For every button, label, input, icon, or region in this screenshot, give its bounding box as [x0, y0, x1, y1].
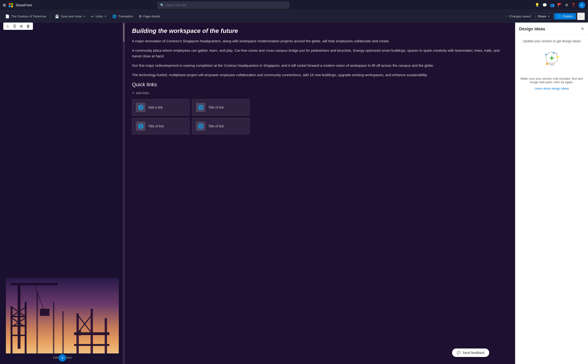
svg-rect-18 — [74, 344, 109, 346]
changes-saved-status: ✓ Changes saved — [506, 15, 530, 18]
edit-section-button[interactable]: ☰ — [12, 24, 17, 29]
section-edit-toolbar: ⊹ ☰ ⧉ 🗑 — [3, 23, 33, 30]
add-link-card[interactable]: 🌐 Add a link — [132, 99, 190, 116]
construction-image — [6, 278, 119, 353]
design-panel-desc: Make sure your section only includes Tex… — [519, 77, 584, 84]
delete-section-button[interactable]: 🗑 — [25, 24, 31, 29]
share-button[interactable]: ↑ Share ▼ — [531, 13, 553, 20]
add-section-button[interactable]: + — [59, 354, 66, 362]
left-image-panel: Add a caption + — [0, 23, 125, 364]
send-feedback-button[interactable]: 💬 Send feedback — [452, 349, 489, 357]
help-icon[interactable]: 💡 — [535, 3, 540, 7]
move-section-button[interactable]: ⊹ — [5, 24, 10, 29]
scroll-indicator — [123, 23, 125, 364]
add-link-label: Add a link — [148, 105, 163, 109]
translation-icon: 🌐 — [112, 14, 117, 19]
save-close-button[interactable]: 💾 Save and close ▼ — [53, 13, 88, 20]
add-links-label: Add links — [136, 91, 149, 95]
save-icon: 💾 — [55, 14, 59, 19]
search-input[interactable] — [165, 3, 287, 7]
top-navigation: ⊞ SharePoint 🔍 💡 💬 👥 🚩 ⚙ ❓ A — [0, 0, 588, 10]
translation-button[interactable]: 🌐 Translation — [110, 13, 135, 20]
svg-rect-5 — [11, 306, 13, 353]
chat-icon[interactable]: 💬 — [542, 3, 547, 7]
svg-rect-20 — [79, 332, 81, 336]
add-links-button[interactable]: + Add links — [132, 91, 508, 95]
globe-icon-2: 🌐 — [196, 103, 205, 112]
share-icon: ↑ — [535, 15, 536, 18]
undo-icon: ↩ — [91, 14, 94, 19]
toolbar-divider-1 — [50, 13, 51, 20]
feedback-label: Send feedback — [463, 351, 484, 355]
svg-rect-28 — [550, 64, 554, 65]
settings-icon[interactable]: ⚙ — [565, 3, 568, 7]
save-dropdown-arrow[interactable]: ▼ — [83, 15, 85, 18]
svg-rect-4 — [40, 309, 49, 316]
quick-links-grid: 🌐 Add a link 🌐 Title of link 🌐 Title of … — [132, 99, 250, 134]
question-icon[interactable]: ❓ — [571, 3, 576, 7]
scroll-thumb — [123, 23, 125, 42]
share-dropdown-arrow[interactable]: ▼ — [547, 15, 550, 18]
design-ideas-panel: Design ideas ✕ Update your section to ge… — [515, 23, 588, 364]
apps-grid-icon[interactable]: ⊞ — [3, 3, 6, 7]
design-panel-hint: Update your section to get design ideas — [523, 39, 581, 43]
design-panel-header: Design ideas ✕ — [515, 23, 588, 34]
collapse-right-panel-button[interactable]: ⊳ — [577, 13, 585, 20]
search-icon: 🔍 — [160, 3, 164, 7]
svg-point-32 — [546, 63, 548, 65]
link-card-4[interactable]: 🌐 Title of link — [192, 118, 250, 134]
paragraph-3: Our first major redevelopment is nearing… — [132, 63, 508, 68]
right-content-panel: Building the workspace of the future A m… — [125, 23, 515, 364]
toolbar: 📄 The Contoso of Tomorrow 💾 Save and clo… — [0, 10, 588, 23]
link-card-2-title: Title of link — [208, 105, 224, 109]
publish-icon: 🌐 — [557, 15, 561, 18]
details-icon: ⚙ — [139, 14, 142, 19]
microsoft-logo — [9, 3, 13, 7]
nav-right-icons: 💡 💬 👥 🚩 ⚙ ❓ A — [535, 2, 585, 8]
lightbulb-sparkle-svg — [540, 49, 563, 72]
flag-icon[interactable]: 🚩 — [557, 3, 562, 7]
paragraph-4: The technology-fueled, multiphase projec… — [132, 72, 508, 78]
check-icon: ✓ — [506, 15, 508, 18]
page-label: 📄 The Contoso of Tomorrow — [3, 13, 48, 20]
link-card-3[interactable]: 🌐 Title of link — [132, 118, 190, 134]
svg-point-31 — [556, 53, 557, 54]
undo-dropdown-arrow[interactable]: ▼ — [104, 15, 106, 18]
publish-button[interactable]: 🌐 Publish — [554, 13, 576, 20]
link-card-4-title: Title of link — [208, 124, 224, 128]
svg-rect-21 — [36, 292, 38, 353]
feedback-icon: 💬 — [457, 351, 461, 355]
svg-point-30 — [557, 56, 559, 58]
copy-section-button[interactable]: ⧉ — [19, 24, 24, 29]
svg-rect-9 — [11, 335, 26, 336]
design-panel-title: Design ideas — [519, 26, 545, 32]
search-bar[interactable]: 🔍 — [158, 2, 289, 9]
quick-links-title: Quick links — [132, 82, 508, 88]
page-icon: 📄 — [5, 14, 10, 19]
globe-icon-3: 🌐 — [136, 122, 145, 131]
svg-rect-22 — [53, 302, 54, 353]
avatar[interactable]: A — [579, 2, 585, 8]
design-panel-body: Update your section to get design ideas — [515, 34, 588, 95]
content-title: Building the workspace of the future — [132, 27, 508, 34]
design-panel-close-button[interactable]: ✕ — [581, 26, 584, 32]
svg-rect-16 — [105, 318, 107, 353]
learn-design-ideas-link[interactable]: Learn about design ideas — [534, 87, 569, 90]
app-name: SharePoint — [16, 3, 32, 7]
globe-icon-4: 🌐 — [196, 122, 205, 131]
page-details-button[interactable]: ⚙ Page details — [136, 13, 163, 20]
svg-rect-23 — [62, 311, 64, 353]
link-card-2[interactable]: 🌐 Title of link — [192, 99, 250, 116]
link-card-3-title: Title of link — [148, 124, 164, 128]
paragraph-2: A community plaza where employees can ga… — [132, 48, 508, 59]
paragraph-1: A major renovation of Contoso's Singapor… — [132, 38, 508, 44]
settings-people-icon[interactable]: 👥 — [550, 3, 555, 7]
design-idea-icon — [540, 49, 563, 72]
main-container: Add a caption + Building the workspace o… — [0, 23, 588, 364]
globe-icon-1: 🌐 — [136, 103, 145, 112]
content-body: A major renovation of Contoso's Singapor… — [132, 38, 508, 78]
undo-button[interactable]: ↩ Undo ▼ — [89, 13, 109, 20]
svg-point-29 — [545, 54, 547, 55]
add-links-plus-icon: + — [132, 91, 135, 95]
